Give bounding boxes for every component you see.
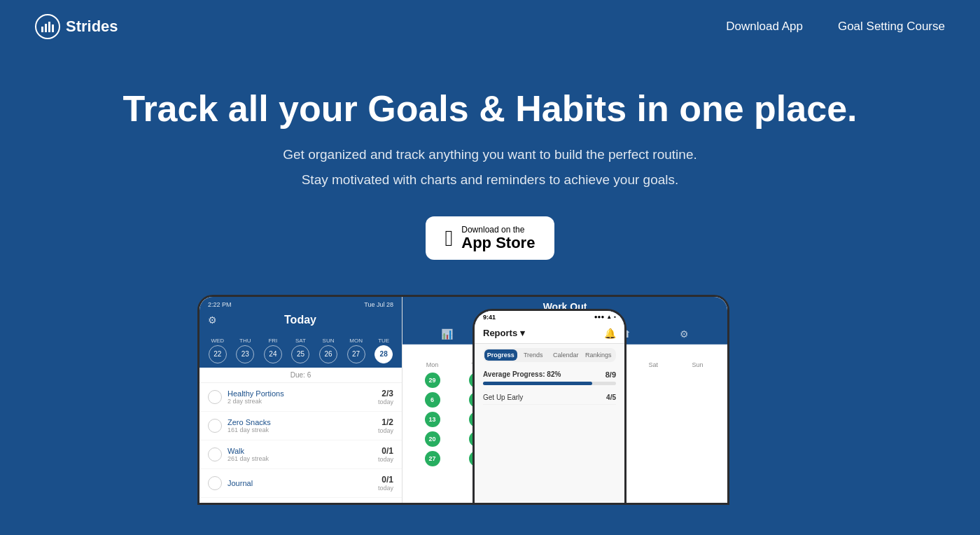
phone-title[interactable]: Reports ▾ (483, 328, 525, 338)
habit-row-3[interactable]: Walk 261 day streak 0/1 today (200, 440, 402, 469)
svg-rect-1 (45, 24, 47, 32)
reports-tabs: Progress Trends Calendar Rankings (483, 348, 616, 362)
days-row: WED 22 THU 23 FRI 24 SAT 25 (200, 333, 402, 368)
progress-bar-background (483, 382, 616, 385)
habit-count-2: 1/2 today (378, 417, 393, 434)
svg-rect-3 (52, 25, 54, 32)
habit-checkbox-2[interactable] (208, 419, 222, 433)
phone-header: Reports ▾ 🔔 (475, 324, 624, 344)
phone-header-row: Reports ▾ 🔔 (483, 328, 616, 339)
progress-bar-fill (483, 382, 592, 385)
day-tue-active: TUE 28 (374, 338, 393, 363)
logo-icon (35, 14, 60, 39)
tablet-time: 2:22 PM (208, 301, 232, 308)
phone-habit-score-1: 4/5 (606, 394, 616, 401)
habit-count-1: 2/3 today (378, 389, 393, 405)
habit-checkbox-1[interactable] (208, 390, 222, 404)
tablet-status-bar: 2:22 PM Tue Jul 28 (208, 301, 393, 308)
habit-row-1[interactable]: Healthy Portions 2 day streak 2/3 today (200, 383, 402, 412)
avg-progress-row: Average Progress: 82% 8/9 (483, 370, 616, 379)
tab-rankings[interactable]: Rankings (582, 349, 615, 361)
logo-bar-chart-icon (41, 20, 55, 34)
tab-calendar[interactable]: Calendar (550, 349, 582, 361)
habit-name-2: Zero Snacks (227, 418, 372, 426)
svg-rect-0 (41, 27, 43, 32)
tablet-header: 2:22 PM Tue Jul 28 ⚙ Today (200, 297, 402, 333)
tablet-screen: 2:22 PM Tue Jul 28 ⚙ Today WED 22 (200, 297, 727, 503)
logo[interactable]: Strides (35, 14, 118, 39)
phone-content: Average Progress: 82% 8/9 Get Up Early 4… (475, 366, 624, 409)
site-header: Strides Download App Goal Setting Course (0, 0, 980, 53)
avg-progress-label: Average Progress: 82% (483, 370, 561, 378)
devices-section: 2:22 PM Tue Jul 28 ⚙ Today WED 22 (0, 281, 980, 505)
nav-download-app[interactable]: Download App (726, 20, 803, 34)
nav-goal-setting[interactable]: Goal Setting Course (838, 20, 945, 34)
habit-name-3: Walk (227, 447, 372, 455)
phone-time: 9:41 (483, 314, 496, 321)
phone-screen: 9:41 ●●● ▲ ▪ Reports ▾ 🔔 Progress Trends… (475, 311, 624, 503)
habit-streak-1: 2 day streak (227, 398, 372, 405)
habit-streak-3: 261 day streak (227, 455, 372, 462)
phone-habit-row-1[interactable]: Get Up Early 4/5 (483, 391, 616, 405)
hero-subtext-1: Get organized and track anything you wan… (14, 144, 966, 165)
settings-icon[interactable]: ⚙ (208, 314, 217, 326)
habit-info-1: Healthy Portions 2 day streak (227, 389, 372, 405)
today-title: Today (217, 314, 384, 326)
app-store-button[interactable]:  Download on the App Store (426, 216, 555, 260)
due-label: Due: 6 (200, 368, 402, 383)
avg-progress-value: 8/9 (606, 370, 616, 379)
habit-row-2[interactable]: Zero Snacks 161 day streak 1/2 today (200, 412, 402, 440)
app-store-bottom-label: App Store (461, 235, 535, 251)
day-sat: SAT 25 (291, 338, 309, 363)
phone-status-right: ●●● ▲ ▪ (594, 314, 616, 320)
svg-rect-2 (48, 22, 50, 32)
day-fri: FRI 24 (264, 338, 282, 363)
habit-info-4: Journal (227, 479, 372, 487)
hero-headline: Track all your Goals & Habits in one pla… (14, 88, 966, 130)
habit-checkbox-4[interactable] (208, 476, 222, 490)
hero-section: Track all your Goals & Habits in one pla… (0, 53, 980, 281)
tablet-left-panel: 2:22 PM Tue Jul 28 ⚙ Today WED 22 (200, 297, 402, 503)
logo-text: Strides (66, 18, 118, 36)
app-store-text: Download on the App Store (461, 225, 535, 251)
habit-count-4: 0/1 today (378, 475, 393, 492)
phone-signal-icon: ●●● (594, 314, 605, 320)
phone-device: 9:41 ●●● ▲ ▪ Reports ▾ 🔔 Progress Trends… (472, 309, 626, 505)
habit-checkbox-3[interactable] (208, 447, 222, 461)
chart-icon[interactable]: 📊 (441, 328, 453, 340)
habit-streak-2: 161 day streak (227, 426, 372, 433)
habit-name-1: Healthy Portions (227, 389, 372, 398)
phone-wifi-icon: ▲ (606, 314, 612, 320)
habit-name-4: Journal (227, 479, 372, 487)
tablet-date: Tue Jul 28 (364, 301, 393, 308)
habit-info-2: Zero Snacks 161 day streak (227, 418, 372, 433)
bell-icon[interactable]: 🔔 (604, 328, 616, 339)
settings-icon-right[interactable]: ⚙ (680, 328, 689, 340)
hero-subtext-2: Stay motivated with charts and reminders… (14, 169, 966, 190)
today-header: ⚙ Today (208, 311, 393, 329)
habit-row-4[interactable]: Journal 0/1 today (200, 469, 402, 498)
tablet-device: 2:22 PM Tue Jul 28 ⚙ Today WED 22 (197, 295, 729, 505)
main-nav: Download App Goal Setting Course (726, 20, 945, 34)
day-mon: MON 27 (347, 338, 365, 363)
habit-count-3: 0/1 today (378, 446, 393, 463)
day-wed: WED 22 (209, 338, 227, 363)
apple-icon:  (445, 227, 454, 249)
tab-trends[interactable]: Trends (517, 349, 550, 361)
app-store-top-label: Download on the (461, 225, 524, 235)
habit-info-3: Walk 261 day streak (227, 447, 372, 462)
phone-status-bar: 9:41 ●●● ▲ ▪ (475, 311, 624, 324)
day-thu: THU 23 (236, 338, 254, 363)
phone-habit-name-1: Get Up Early (483, 394, 523, 401)
day-sun: SUN 26 (319, 338, 337, 363)
phone-battery-icon: ▪ (614, 314, 616, 320)
tab-progress[interactable]: Progress (484, 349, 517, 361)
